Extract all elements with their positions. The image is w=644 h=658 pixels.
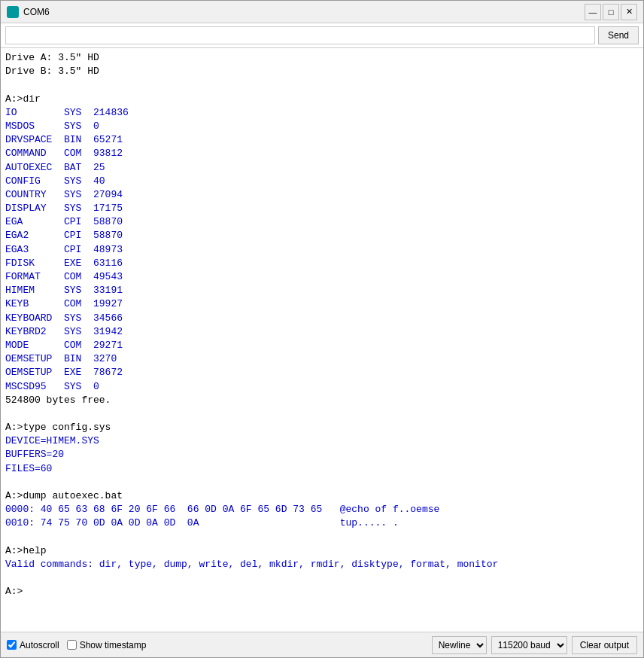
send-button[interactable]: Send (598, 26, 639, 44)
baud-select[interactable]: 115200 baud (491, 636, 567, 654)
main-window: COM6 — □ ✕ Send Drive A: 3.5" HDDrive B:… (0, 0, 644, 658)
close-button[interactable]: ✕ (621, 4, 637, 20)
output-line: Drive B: 3.5" HD (5, 65, 639, 78)
output-line: AUTOEXEC BAT 25 (5, 161, 639, 175)
output-line: A:>type config.sys (5, 421, 639, 434)
output-line: BUFFERS=20 (5, 448, 639, 462)
send-toolbar: Send (1, 23, 643, 48)
autoscroll-checkbox[interactable] (7, 640, 17, 650)
output-line (5, 476, 639, 489)
timestamp-label: Show timestamp (80, 640, 147, 650)
message-input[interactable] (5, 26, 595, 44)
output-line: FILES=60 (5, 462, 639, 476)
output-line: CONFIG SYS 40 (5, 175, 639, 188)
output-line: COUNTRY SYS 27094 (5, 188, 639, 202)
output-line: DRVSPACE BIN 65271 (5, 133, 639, 147)
output-line: EGA2 CPI 58870 (5, 229, 639, 242)
output-line: EGA3 CPI 48973 (5, 243, 639, 257)
minimize-button[interactable]: — (585, 4, 601, 20)
output-line: EGA CPI 58870 (5, 215, 639, 229)
maximize-button[interactable]: □ (603, 4, 619, 20)
titlebar-left: COM6 (7, 6, 50, 18)
output-line: MODE COM 29271 (5, 339, 639, 352)
output-line (5, 531, 639, 544)
output-line (5, 78, 639, 92)
output-line: 0010: 74 75 70 0D 0A 0D 0A 0D 0A tup....… (5, 516, 639, 530)
newline-select[interactable]: Newline (432, 636, 487, 654)
statusbar: Autoscroll Show timestamp Newline 115200… (1, 632, 643, 657)
output-line: KEYBOARD SYS 34566 (5, 312, 639, 325)
timestamp-checkbox-label[interactable]: Show timestamp (67, 640, 147, 650)
output-line: DEVICE=HIMEM.SYS (5, 434, 639, 448)
output-line: HIMEM SYS 33191 (5, 284, 639, 297)
autoscroll-checkbox-label[interactable]: Autoscroll (7, 640, 59, 650)
output-line: IO SYS 214836 (5, 106, 639, 120)
output-line (5, 407, 639, 421)
output-line: A:> (5, 585, 639, 599)
output-line: MSDOS SYS 0 (5, 120, 639, 133)
output-line: A:>dir (5, 93, 639, 106)
titlebar-buttons: — □ ✕ (585, 4, 637, 20)
window-title: COM6 (23, 7, 50, 17)
statusbar-left: Autoscroll Show timestamp (7, 640, 424, 650)
statusbar-right: Newline 115200 baud Clear output (432, 636, 637, 654)
output-line: KEYBRD2 SYS 31942 (5, 325, 639, 339)
output-line (5, 571, 639, 585)
output-line: A:>dump autoexec.bat (5, 489, 639, 503)
output-line: 524800 bytes free. (5, 394, 639, 407)
output-line: MSCSD95 SYS 0 (5, 380, 639, 394)
output-line: DISPLAY SYS 17175 (5, 202, 639, 215)
timestamp-checkbox[interactable] (67, 640, 77, 650)
output-line: COMMAND COM 93812 (5, 147, 639, 160)
output-line: FORMAT COM 49543 (5, 270, 639, 284)
output-line: KEYB COM 19927 (5, 297, 639, 311)
app-icon (7, 6, 19, 18)
titlebar: COM6 — □ ✕ (1, 1, 643, 23)
clear-output-button[interactable]: Clear output (572, 636, 637, 654)
output-line: Drive A: 3.5" HD (5, 51, 639, 65)
output-line: OEMSETUP BIN 3270 (5, 352, 639, 366)
output-line: 0000: 40 65 63 68 6F 20 6F 66 66 0D 0A 6… (5, 503, 639, 516)
serial-output: Drive A: 3.5" HDDrive B: 3.5" HD A:>dirI… (1, 48, 643, 632)
output-line: FDISK EXE 63116 (5, 257, 639, 270)
output-line: OEMSETUP EXE 78672 (5, 366, 639, 379)
autoscroll-label: Autoscroll (20, 640, 59, 650)
output-line: A:>help (5, 544, 639, 558)
output-line: Valid commands: dir, type, dump, write, … (5, 558, 639, 571)
